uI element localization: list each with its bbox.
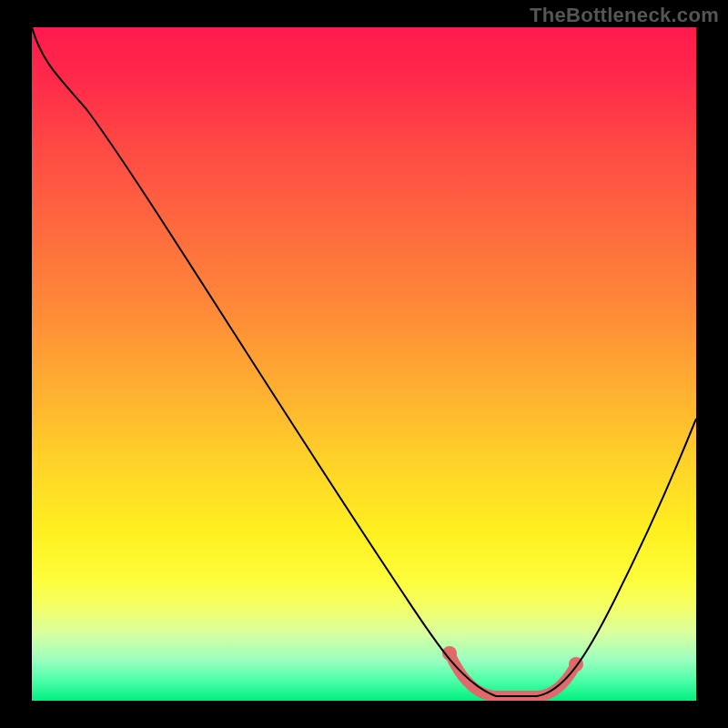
chart-frame: TheBottleneck.com (0, 0, 728, 728)
curve-main (32, 27, 696, 696)
curve-highlight (450, 653, 576, 696)
plot-area (32, 27, 696, 701)
bottleneck-curve-svg (32, 27, 696, 701)
watermark-text: TheBottleneck.com (530, 4, 719, 27)
